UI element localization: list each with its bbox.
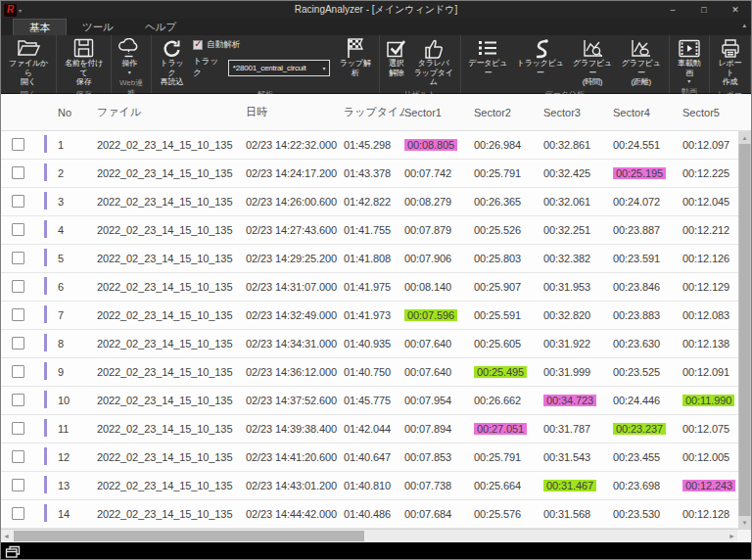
row-checkbox[interactable]: [12, 252, 24, 264]
open-from-file-button[interactable]: ファイルから 開く: [4, 36, 53, 88]
ribbon-tab-row: 基本 ツール ヘルプ ▴: [1, 19, 751, 35]
header-sector5[interactable]: Sector5: [682, 107, 752, 118]
graph-view-time-button[interactable]: グラフビュー (時間): [568, 36, 617, 88]
row-select-cell: [11, 479, 44, 493]
row-checkbox[interactable]: [12, 223, 24, 236]
row-checkbox[interactable]: [12, 195, 24, 208]
row-color-marker: [44, 447, 47, 465]
scroll-right-icon[interactable]: ►: [728, 530, 735, 542]
save-as-button[interactable]: 名前を付けて 保存: [60, 36, 108, 88]
row-checkbox[interactable]: [12, 479, 24, 491]
cell-sector3: 00:32.820: [543, 309, 613, 321]
row-marker-cell: [44, 447, 58, 467]
cell-sector3: 00:31.467: [543, 480, 613, 491]
cell-sector3: 00:31.787: [543, 423, 613, 435]
ribbon-collapse-icon[interactable]: ▴: [742, 22, 746, 29]
horizontal-scrollbar[interactable]: ◄ ►: [1, 529, 751, 542]
header-laptime[interactable]: ラップタイム: [344, 105, 404, 119]
data-view-button[interactable]: データビュー: [464, 36, 513, 88]
row-color-marker: [44, 391, 47, 408]
table-row[interactable]: 42022_02_23_14_15_10_13502/23 14:27:43.6…: [1, 216, 751, 245]
row-checkbox[interactable]: [12, 507, 24, 520]
table-row[interactable]: 72022_02_23_14_15_10_13502/23 14:32:49.0…: [1, 302, 751, 330]
cell-sector3: 00:32.425: [543, 167, 613, 179]
row-checkbox[interactable]: [12, 280, 24, 293]
header-file[interactable]: ファイル: [97, 105, 246, 119]
cell-sector1: 00:08.805: [404, 139, 474, 151]
row-marker-cell: [44, 504, 58, 524]
tab-tools[interactable]: ツール: [67, 19, 129, 35]
scroll-left-icon[interactable]: ◄: [3, 530, 10, 542]
lap-analysis-button[interactable]: ラップ解析: [334, 36, 375, 88]
create-report-button[interactable]: レポート 作成: [713, 36, 747, 88]
row-checkbox[interactable]: [12, 422, 24, 435]
header-datetime[interactable]: 日時: [246, 105, 344, 119]
horizontal-scroll-thumb[interactable]: [14, 531, 364, 541]
web-operation-button[interactable]: 操作 ▾: [115, 36, 144, 76]
tab-help[interactable]: ヘルプ: [129, 19, 192, 35]
cell-sector2: 00:25.907: [474, 281, 543, 293]
row-checkbox[interactable]: [12, 394, 24, 406]
cell-laptime: 01:40.750: [344, 366, 404, 378]
row-marker-cell: [44, 249, 58, 268]
tab-basic[interactable]: 基本: [13, 19, 67, 35]
app-window: { "window": { "title": "RacingAnalyzer -…: [0, 0, 752, 560]
table-row[interactable]: 112022_02_23_14_15_10_13502/23 14:39:38.…: [1, 415, 751, 443]
onboard-video-button[interactable]: 車載動画 ▾: [673, 36, 706, 85]
close-button[interactable]: ✕: [720, 1, 751, 19]
table-row[interactable]: 52022_02_23_14_15_10_13502/23 14:29:25.2…: [1, 245, 751, 273]
row-checkbox[interactable]: [12, 337, 24, 350]
table-row[interactable]: 62022_02_23_14_15_10_13502/23 14:31:07.0…: [1, 273, 751, 302]
header-sector3[interactable]: Sector3: [543, 107, 613, 118]
cell-datetime: 02/23 14:37:52.600: [246, 395, 344, 406]
table-row[interactable]: 82022_02_23_14_15_10_13502/23 14:34:31.0…: [1, 330, 751, 358]
combo-caret-icon: ▾: [322, 65, 325, 71]
header-no[interactable]: No: [58, 107, 97, 118]
cell-no: 4: [58, 224, 97, 236]
row-marker-cell: [44, 135, 58, 155]
maximize-button[interactable]: □: [688, 1, 720, 19]
cascade-windows-icon[interactable]: [5, 545, 21, 559]
cell-sector4: 00:23.530: [613, 508, 682, 520]
table-row[interactable]: 102022_02_23_14_15_10_13502/23 14:37:52.…: [1, 387, 751, 415]
table-row[interactable]: 32022_02_23_14_15_10_13502/23 14:26:00.6…: [1, 188, 751, 216]
scroll-down-icon[interactable]: ▼: [738, 516, 751, 529]
vertical-scrollbar[interactable]: ▲ ▼: [738, 131, 751, 529]
row-marker-cell: [44, 220, 58, 240]
cell-laptime: 01:45.775: [344, 395, 404, 406]
row-marker-cell: [44, 192, 58, 211]
cell-file: 2022_02_23_14_15_10_135: [97, 338, 246, 350]
vertical-scroll-thumb[interactable]: [739, 144, 750, 516]
table-row[interactable]: 22022_02_23_14_15_10_13502/23 14:24:17.2…: [1, 160, 751, 188]
table-row[interactable]: 122022_02_23_14_15_10_13502/23 14:41:20.…: [1, 443, 751, 472]
minimize-button[interactable]: –: [657, 1, 688, 19]
row-checkbox[interactable]: [12, 166, 24, 179]
graph-view-distance-button[interactable]: グラフビュー (距離): [617, 36, 666, 88]
header-sector2[interactable]: Sector2: [474, 107, 543, 118]
cell-laptime: 01:40.810: [344, 480, 404, 491]
row-checkbox[interactable]: [12, 138, 24, 151]
row-checkbox[interactable]: [12, 450, 24, 463]
cell-laptime: 01:43.378: [344, 167, 404, 179]
table-row[interactable]: 132022_02_23_14_15_10_13502/23 14:43:01.…: [1, 472, 751, 500]
header-sector4[interactable]: Sector4: [613, 107, 682, 118]
track-select[interactable]: *28001_central_circuit ▾: [228, 60, 331, 76]
cell-sector4: 00:23.525: [613, 366, 682, 378]
row-checkbox[interactable]: [12, 365, 24, 378]
cell-sector3: 00:31.953: [543, 281, 613, 293]
cell-file: 2022_02_23_14_15_10_135: [97, 395, 246, 406]
cell-datetime: 02/23 14:34:31.000: [246, 338, 344, 350]
table-row[interactable]: 92022_02_23_14_15_10_13502/23 14:36:12.0…: [1, 358, 751, 387]
track-reload-button[interactable]: トラック 再読込: [155, 36, 189, 88]
table-row[interactable]: 142022_02_23_14_15_10_13502/23 14:44:42.…: [1, 500, 751, 529]
track-view-button[interactable]: トラックビュー: [512, 36, 568, 88]
header-sector1[interactable]: Sector1: [404, 107, 474, 118]
cell-no: 8: [58, 338, 97, 350]
auto-analysis-checkbox[interactable]: [193, 40, 203, 50]
what-if-laptime-button[interactable]: タラレバ ラップタイム: [410, 36, 457, 88]
deselect-button[interactable]: 選択 解除: [383, 36, 410, 88]
cell-laptime: 01:41.973: [344, 309, 404, 321]
scroll-up-icon[interactable]: ▲: [738, 131, 751, 144]
row-checkbox[interactable]: [12, 308, 24, 321]
table-row[interactable]: 12022_02_23_14_15_10_13502/23 14:22:32.0…: [1, 131, 751, 160]
